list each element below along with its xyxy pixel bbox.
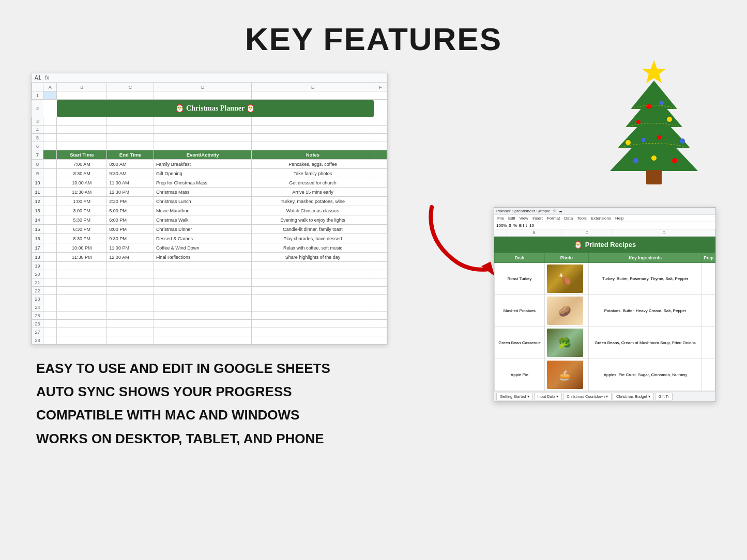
cell[interactable] bbox=[154, 287, 252, 295]
cell[interactable] bbox=[374, 134, 387, 142]
cell[interactable] bbox=[374, 188, 387, 197]
menu-data[interactable]: Data bbox=[564, 216, 573, 221]
cell[interactable] bbox=[374, 278, 387, 287]
cell[interactable] bbox=[252, 336, 374, 345]
cell[interactable] bbox=[43, 336, 57, 345]
cell[interactable] bbox=[374, 243, 387, 253]
menu-tools[interactable]: Tools bbox=[577, 216, 587, 221]
cell[interactable] bbox=[374, 303, 387, 312]
cell[interactable] bbox=[252, 328, 374, 336]
cell[interactable] bbox=[252, 262, 374, 270]
cell[interactable] bbox=[374, 328, 387, 336]
cell[interactable] bbox=[43, 225, 57, 234]
cell[interactable] bbox=[43, 320, 57, 328]
tab-christmas-budget[interactable]: Christmas Budget ▾ bbox=[613, 393, 654, 400]
cell[interactable] bbox=[43, 215, 57, 225]
menu-help[interactable]: Help bbox=[615, 216, 623, 221]
cell[interactable] bbox=[374, 142, 387, 150]
cell[interactable] bbox=[107, 142, 154, 150]
tab-gift-tr[interactable]: Gift Tr bbox=[655, 393, 673, 400]
cell[interactable] bbox=[57, 117, 107, 126]
cell[interactable] bbox=[43, 243, 57, 253]
cell[interactable] bbox=[374, 253, 387, 262]
cell[interactable] bbox=[154, 134, 252, 142]
cell[interactable] bbox=[252, 287, 374, 295]
cell[interactable] bbox=[154, 117, 252, 126]
cell[interactable] bbox=[374, 197, 387, 206]
cell[interactable] bbox=[374, 126, 387, 134]
menu-format[interactable]: Format bbox=[547, 216, 560, 221]
cell[interactable] bbox=[107, 303, 154, 312]
cell[interactable] bbox=[43, 278, 57, 287]
cell[interactable] bbox=[43, 197, 57, 206]
tab-input-data[interactable]: Input Data ▾ bbox=[534, 393, 562, 400]
cell[interactable] bbox=[43, 142, 57, 150]
cell[interactable] bbox=[57, 295, 107, 303]
cell[interactable] bbox=[43, 234, 57, 243]
cell[interactable] bbox=[107, 117, 154, 126]
cell[interactable] bbox=[107, 91, 154, 100]
cell[interactable] bbox=[43, 303, 57, 312]
menu-edit[interactable]: Edit bbox=[508, 216, 515, 221]
cell[interactable] bbox=[252, 295, 374, 303]
cell[interactable] bbox=[107, 320, 154, 328]
cell[interactable] bbox=[374, 262, 387, 270]
cell[interactable] bbox=[154, 270, 252, 278]
cell[interactable] bbox=[154, 142, 252, 150]
cell[interactable] bbox=[154, 336, 252, 345]
cell[interactable] bbox=[57, 262, 107, 270]
cell[interactable] bbox=[57, 336, 107, 345]
cell[interactable] bbox=[57, 278, 107, 287]
cell[interactable] bbox=[43, 328, 57, 336]
cell[interactable] bbox=[252, 134, 374, 142]
cell[interactable] bbox=[107, 262, 154, 270]
cell[interactable] bbox=[374, 234, 387, 243]
cell[interactable] bbox=[43, 188, 57, 197]
menu-view[interactable]: View bbox=[520, 216, 528, 221]
cell[interactable] bbox=[374, 215, 387, 225]
cell[interactable] bbox=[57, 126, 107, 134]
cell[interactable] bbox=[107, 295, 154, 303]
cell[interactable] bbox=[43, 91, 57, 100]
cell[interactable] bbox=[374, 336, 387, 345]
cell[interactable] bbox=[154, 328, 252, 336]
cell[interactable] bbox=[374, 169, 387, 178]
menu-insert[interactable]: Insert bbox=[532, 216, 543, 221]
cell[interactable] bbox=[374, 225, 387, 234]
cell[interactable] bbox=[43, 160, 57, 169]
cell[interactable] bbox=[374, 206, 387, 215]
cell[interactable] bbox=[374, 178, 387, 188]
cell[interactable] bbox=[252, 126, 374, 134]
cell[interactable] bbox=[374, 270, 387, 278]
cell[interactable] bbox=[374, 312, 387, 320]
cell[interactable] bbox=[252, 320, 374, 328]
cell[interactable] bbox=[43, 262, 57, 270]
cell[interactable] bbox=[57, 134, 107, 142]
cell[interactable] bbox=[57, 320, 107, 328]
cell[interactable] bbox=[43, 134, 57, 142]
cell[interactable] bbox=[57, 142, 107, 150]
cell[interactable] bbox=[154, 91, 252, 100]
cell[interactable] bbox=[107, 278, 154, 287]
cell[interactable] bbox=[252, 270, 374, 278]
cell[interactable] bbox=[252, 303, 374, 312]
cell[interactable] bbox=[154, 295, 252, 303]
cell[interactable] bbox=[43, 126, 57, 134]
cell[interactable] bbox=[154, 278, 252, 287]
cell[interactable] bbox=[107, 312, 154, 320]
cell[interactable] bbox=[154, 312, 252, 320]
cell[interactable] bbox=[374, 287, 387, 295]
cell[interactable] bbox=[252, 278, 374, 287]
cell[interactable] bbox=[252, 312, 374, 320]
cell[interactable] bbox=[57, 312, 107, 320]
cell[interactable] bbox=[374, 91, 387, 100]
cell[interactable] bbox=[57, 303, 107, 312]
menu-extensions[interactable]: Extensions bbox=[591, 216, 611, 221]
cell[interactable] bbox=[57, 287, 107, 295]
cell[interactable] bbox=[252, 117, 374, 126]
cell[interactable] bbox=[154, 262, 252, 270]
cell[interactable] bbox=[57, 91, 107, 100]
cell[interactable] bbox=[107, 287, 154, 295]
cell[interactable] bbox=[374, 117, 387, 126]
cell[interactable] bbox=[374, 160, 387, 169]
